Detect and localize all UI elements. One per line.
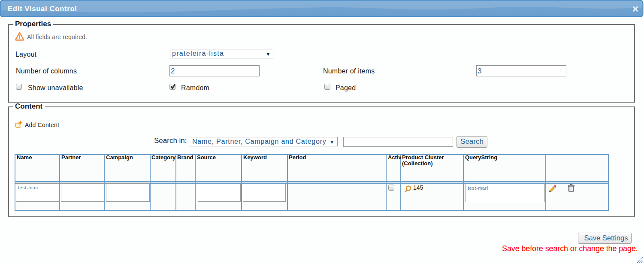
svg-text:!: ! — [19, 34, 21, 40]
